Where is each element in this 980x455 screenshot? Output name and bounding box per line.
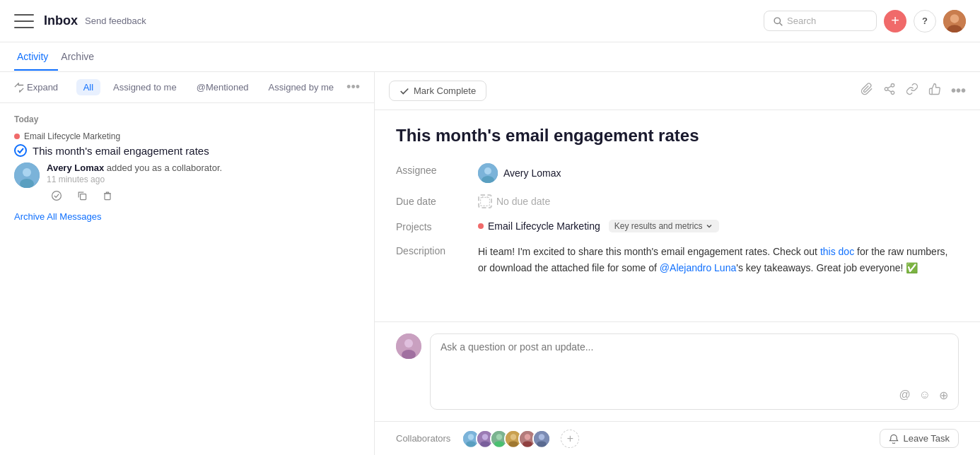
activity-action: added you as a collaborator.	[104, 162, 222, 173]
project-dot	[14, 134, 20, 139]
notification-group: Email Lifecycle Marketing This month's e…	[14, 131, 360, 206]
activity-avatar	[14, 162, 40, 188]
attach-icon[interactable]	[861, 83, 873, 99]
svg-point-36	[509, 441, 519, 447]
desc-link[interactable]: this doc	[820, 246, 854, 257]
svg-point-17	[484, 167, 491, 175]
collaborators-avatars	[462, 430, 551, 448]
svg-line-15	[887, 86, 891, 88]
svg-rect-19	[481, 198, 490, 206]
svg-point-6	[23, 168, 31, 177]
action-icons-row	[47, 186, 222, 206]
menu-icon[interactable]	[14, 14, 34, 28]
svg-point-29	[482, 434, 488, 439]
more-comment-icon[interactable]: ⊕	[939, 389, 948, 402]
svg-point-12	[885, 88, 888, 91]
calendar-icon	[478, 194, 492, 208]
search-label: Search	[787, 16, 816, 26]
assignee-value: Avery Lomax	[478, 163, 561, 183]
copy-icon[interactable]	[72, 186, 92, 206]
svg-point-39	[523, 441, 533, 447]
desc-part1: Hi team! I'm excited to share this month…	[478, 246, 820, 257]
activity-timestamp: 11 minutes ago	[47, 175, 222, 184]
archive-all-link[interactable]: Archive All Messages	[14, 211, 360, 222]
commenter-avatar-img	[396, 333, 421, 359]
description-value: Hi team! I'm excited to share this month…	[478, 244, 959, 276]
left-content: Today Email Lifecycle Marketing This mon…	[0, 103, 374, 455]
commenter-avatar	[396, 333, 421, 359]
comment-input-wrapper[interactable]: @ ☺ ⊕	[430, 333, 959, 410]
link-icon[interactable]	[906, 83, 918, 99]
project-name[interactable]: Email Lifecycle Marketing	[488, 220, 600, 232]
main-layout: Expand All Assigned to me @Mentioned Ass…	[0, 72, 980, 455]
mark-done-icon[interactable]	[47, 186, 66, 206]
desc-mention[interactable]: @Alejandro Luna	[660, 262, 736, 273]
svg-line-14	[887, 90, 891, 92]
collaborators-label: Collaborators	[396, 433, 450, 444]
search-icon	[773, 16, 783, 26]
svg-point-26	[468, 434, 474, 439]
delete-icon[interactable]	[98, 186, 117, 206]
send-feedback-link[interactable]: Send feedback	[85, 16, 146, 26]
comment-input[interactable]	[441, 341, 948, 384]
add-collaborator-button[interactable]: +	[561, 430, 579, 448]
expand-icon	[14, 83, 24, 93]
bell-icon	[889, 434, 899, 444]
filter-mentioned[interactable]: @Mentioned	[189, 79, 256, 95]
chevron-down-icon	[705, 222, 713, 230]
help-button[interactable]: ?	[914, 10, 936, 32]
search-box[interactable]: Search	[764, 11, 877, 31]
assignee-label: Assignee	[396, 163, 467, 176]
svg-point-33	[495, 441, 505, 447]
description-label: Description	[396, 244, 467, 256]
emoji-icon[interactable]: ☺	[919, 389, 931, 402]
svg-point-30	[481, 441, 491, 447]
activity-user: Avery Lomax	[47, 162, 104, 173]
section-today: Today	[14, 114, 360, 124]
task-toolbar: Mark Complete	[375, 72, 980, 110]
tab-archive[interactable]: Archive	[58, 44, 104, 71]
filter-assigned-to-me[interactable]: Assigned to me	[106, 79, 184, 95]
mark-complete-button[interactable]: Mark Complete	[389, 81, 486, 101]
task-title-row[interactable]: This month's email engagement rates	[14, 144, 360, 157]
description-field: Description Hi team! I'm excited to shar…	[396, 244, 959, 276]
svg-point-8	[52, 191, 62, 201]
expand-label: Expand	[27, 82, 58, 93]
assignee-name: Avery Lomax	[503, 167, 561, 179]
project-tag-label: Email Lifecycle Marketing	[24, 131, 120, 141]
tabs-bar: Activity Archive	[0, 42, 980, 72]
at-mention-icon[interactable]: @	[899, 389, 910, 402]
projects-field: Projects Email Lifecycle Marketing Key r…	[396, 220, 959, 232]
add-button[interactable]: +	[884, 10, 906, 32]
share-icon[interactable]	[883, 83, 896, 99]
filter-all[interactable]: All	[76, 79, 100, 95]
leave-task-button[interactable]: Leave Task	[880, 429, 959, 448]
no-due-date-text: No due date	[496, 196, 550, 207]
activity-content: Avery Lomax added you as a collaborator.…	[47, 162, 222, 206]
svg-point-13	[891, 91, 894, 95]
task-check-icon[interactable]	[14, 144, 27, 157]
collaborators-row: Collaborators	[375, 421, 980, 455]
left-panel: Expand All Assigned to me @Mentioned Ass…	[0, 72, 375, 455]
filter-assigned-by-me[interactable]: Assigned by me	[262, 79, 342, 95]
expand-button[interactable]: Expand	[14, 82, 58, 93]
svg-rect-10	[105, 194, 110, 200]
leave-task-label: Leave Task	[903, 433, 950, 444]
svg-rect-9	[81, 194, 86, 200]
svg-point-11	[891, 84, 894, 88]
like-icon[interactable]	[928, 83, 941, 99]
user-avatar[interactable]	[943, 10, 966, 32]
filter-more-icon[interactable]: •••	[346, 80, 360, 95]
task-title[interactable]: This month's email engagement rates	[33, 145, 209, 157]
due-date-value[interactable]: No due date	[478, 194, 550, 208]
more-actions-icon[interactable]: •••	[951, 83, 966, 99]
task-content: This month's email engagement rates Assi…	[375, 110, 980, 321]
desc-part3: 's key takeaways. Great job everyone! ✅	[736, 262, 918, 273]
project-color-dot	[478, 223, 484, 229]
comment-emoji-icons: @ ☺ ⊕	[441, 389, 948, 402]
assignee-field: Assignee Avery Lomax	[396, 163, 959, 183]
tab-activity[interactable]: Activity	[14, 44, 58, 71]
due-date-field: Due date No due date	[396, 194, 959, 208]
svg-point-23	[404, 339, 413, 348]
key-results-tag[interactable]: Key results and metrics	[609, 220, 720, 232]
